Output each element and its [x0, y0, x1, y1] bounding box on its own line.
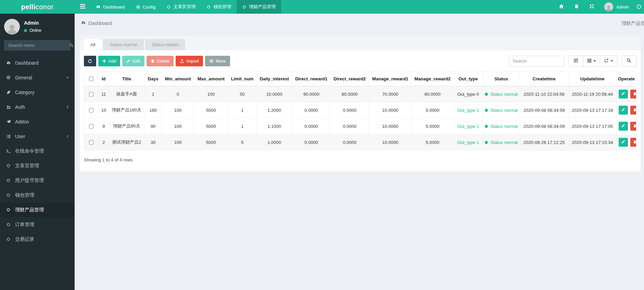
cell-select: [84, 86, 99, 102]
status-dot-icon: [485, 125, 488, 128]
cell-direct_reward1: 90.0000: [292, 86, 330, 102]
expand-icon: [589, 4, 594, 10]
sidebar-item[interactable]: 理财产品管理: [0, 202, 75, 217]
nav-tab[interactable]: Config: [130, 0, 161, 14]
sidebar-item[interactable]: 订单管理: [0, 217, 75, 232]
sidebar-item[interactable]: 交易记录: [0, 232, 75, 247]
column-header-updatetime[interactable]: Updatetime: [568, 72, 616, 86]
row-edit-button[interactable]: [619, 106, 628, 115]
sidebar-menu: Dashboard General Category Auth Addon Us…: [0, 55, 75, 247]
nav-tab[interactable]: Dashboard: [90, 0, 130, 14]
menu-search-input[interactable]: [8, 42, 69, 48]
cell-min_amount: 100: [162, 102, 194, 118]
fullscreen-button[interactable]: [584, 0, 599, 14]
detail-view-button[interactable]: [568, 55, 583, 67]
home-button[interactable]: [554, 0, 569, 14]
table-row: 9理财产品90天90100500011.10000.00000.000010.0…: [84, 118, 636, 134]
tab[interactable]: All: [84, 39, 102, 50]
cell-direct_reward1: 0.0000: [292, 134, 330, 150]
row-checkbox[interactable]: [89, 124, 93, 129]
out-type-value[interactable]: Out_type 1: [457, 124, 479, 129]
add-button[interactable]: Add: [98, 56, 120, 66]
table-search-input[interactable]: [509, 56, 564, 67]
home-icon: [559, 4, 564, 10]
columns-button[interactable]: [583, 55, 600, 67]
row-delete-button[interactable]: [630, 90, 636, 98]
sidebar-item[interactable]: 用户提币管理: [0, 173, 75, 188]
sidebar-search: [4, 40, 71, 51]
sidebar-user-name: Admin: [24, 20, 41, 26]
tab[interactable]: Status hidden: [145, 39, 186, 50]
out-type-value[interactable]: Out_type 1: [457, 108, 479, 113]
gear-icon: [136, 5, 140, 9]
row-edit-button[interactable]: [619, 122, 628, 131]
row-checkbox[interactable]: [89, 140, 93, 145]
sidebar-item[interactable]: User: [0, 129, 75, 144]
cell-updatetime: 2020-09-13 17:17:05: [568, 118, 616, 134]
search-icon[interactable]: [69, 43, 74, 48]
cell-limit_num: 1: [228, 102, 256, 118]
cell-status: Status normal: [483, 86, 520, 102]
select-all-checkbox[interactable]: [89, 77, 93, 81]
out-type-value[interactable]: Out_type 1: [457, 140, 479, 145]
column-header-status[interactable]: Status: [483, 72, 520, 86]
cell-createtime: 2020-09-08 08:34:59: [520, 102, 568, 118]
column-header-operate[interactable]: Operate: [616, 72, 636, 86]
sidebar-item[interactable]: Auth: [0, 100, 75, 114]
export-icon: [604, 58, 609, 64]
status-badge: Status normal: [485, 140, 518, 145]
clear-cache-button[interactable]: [569, 0, 584, 14]
column-header-days[interactable]: Days: [144, 72, 162, 86]
nav-tab[interactable]: 理财产品管理: [237, 0, 281, 14]
sidebar-item[interactable]: Addon: [0, 114, 75, 129]
column-header-max_amount[interactable]: Max_amount: [194, 72, 228, 86]
advanced-search-button[interactable]: [621, 55, 636, 67]
import-button[interactable]: Import: [176, 56, 203, 66]
row-delete-button[interactable]: [630, 106, 636, 115]
column-header-out_type[interactable]: Out_type: [454, 72, 483, 86]
column-header-min_amount[interactable]: Min_amount: [162, 72, 194, 86]
sidebar-toggle-button[interactable]: [75, 0, 90, 14]
column-header-limit_num[interactable]: Limit_num: [228, 72, 256, 86]
column-header-manage_reward2[interactable]: Manage_reward2: [412, 72, 454, 86]
circle-icon: [5, 208, 12, 212]
row-edit-button[interactable]: [619, 90, 628, 98]
delete-button[interactable]: Delete: [147, 56, 174, 66]
column-header-title[interactable]: Title: [109, 72, 144, 86]
circle-icon: [5, 193, 12, 197]
sidebar-item[interactable]: General: [0, 70, 75, 85]
edit-button[interactable]: Edit: [122, 56, 144, 66]
row-checkbox[interactable]: [89, 108, 93, 113]
column-header-direct_reward1[interactable]: Direct_reward1: [292, 72, 330, 86]
more-button[interactable]: More: [205, 56, 230, 66]
cell-daily_interest: 1.0000: [256, 134, 292, 150]
user-menu[interactable]: Admin: [599, 2, 632, 11]
column-header-direct_reward2[interactable]: Direct_reward2: [330, 72, 369, 86]
sidebar-item[interactable]: 钱包管理: [0, 188, 75, 202]
pencil-icon: [126, 59, 130, 63]
row-delete-button[interactable]: [630, 138, 636, 147]
row-delete-button[interactable]: [630, 122, 636, 131]
sidebar-item[interactable]: 文章页管理: [0, 158, 75, 173]
nav-tab[interactable]: 钱包管理: [201, 0, 237, 14]
sidebar-item-label: 交易记录: [15, 236, 34, 242]
sidebar-item[interactable]: Dashboard: [0, 55, 75, 70]
cell-out_type: Out_type 1: [454, 118, 483, 134]
column-header-daily_interest[interactable]: Daily_interest: [256, 72, 292, 86]
column-header-createtime[interactable]: Createtime: [520, 72, 568, 86]
column-header-manage_reward1[interactable]: Manage_reward1: [369, 72, 412, 86]
breadcrumb[interactable]: Dashboard: [81, 20, 112, 26]
row-edit-button[interactable]: [619, 138, 628, 147]
refresh-button[interactable]: [84, 56, 96, 66]
row-checkbox[interactable]: [89, 92, 93, 96]
sidebar-item[interactable]: 在线命令管理: [0, 144, 75, 158]
logout-button[interactable]: [632, 4, 644, 10]
app-logo[interactable]: pelliconor: [0, 0, 75, 14]
column-header-id[interactable]: Id: [98, 72, 109, 86]
nav-tab[interactable]: 文章页管理: [161, 0, 201, 14]
sidebar-item[interactable]: Category: [0, 85, 75, 100]
cell-min_amount: 0: [162, 86, 194, 102]
pencil-icon: [621, 124, 625, 129]
tab[interactable]: Status normal: [103, 39, 143, 50]
export-button[interactable]: [600, 55, 617, 67]
